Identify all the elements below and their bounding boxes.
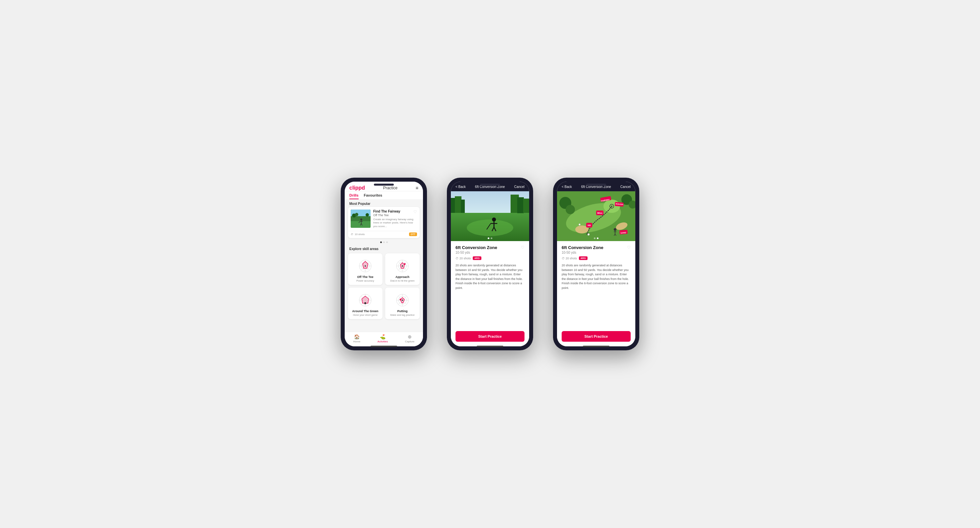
dot-3 bbox=[386, 241, 388, 243]
tabs-bar: Drills Favourites bbox=[345, 191, 423, 199]
shots-count-2: 20 shots bbox=[460, 257, 471, 260]
approach-name: Approach bbox=[388, 275, 417, 279]
back-button-2[interactable]: < Back bbox=[455, 185, 466, 188]
skill-grid: Off The Tee Power accuracy bbox=[345, 252, 423, 322]
svg-rect-57 bbox=[523, 199, 529, 213]
phone-2: < Back 6ft Conversion Zone Cancel bbox=[447, 178, 533, 350]
drill-name-2: 6ft Conversion Zone bbox=[455, 245, 497, 250]
dot-1 bbox=[380, 241, 382, 243]
svg-text:Hit: Hit bbox=[587, 224, 591, 227]
phone-1: clippd Practice ≡ Drills Favourites Most… bbox=[341, 178, 427, 350]
capture-icon: ⊕ bbox=[408, 334, 412, 340]
back-button-3[interactable]: < Back bbox=[562, 185, 572, 188]
tab-drills[interactable]: Drills bbox=[349, 193, 359, 199]
cancel-button-2[interactable]: Cancel bbox=[514, 185, 525, 188]
carousel-dots bbox=[345, 240, 423, 244]
home-label: Home bbox=[353, 340, 360, 343]
img-dot-3-2 bbox=[597, 238, 598, 239]
svg-point-20 bbox=[364, 265, 366, 266]
drill-description-2: 20 shots are randomly generated at dista… bbox=[455, 263, 525, 290]
shots-info: ⏱ 10 shots bbox=[351, 233, 364, 236]
svg-point-71 bbox=[566, 205, 575, 214]
ott-name: Off The Tee bbox=[351, 275, 380, 279]
svg-point-58 bbox=[467, 220, 513, 236]
phone3-content: Miss Hit FAIRWAY ROUGH SAND bbox=[557, 191, 635, 346]
svg-point-29 bbox=[404, 263, 406, 265]
svg-rect-56 bbox=[517, 197, 524, 213]
drill-image-map: Miss Hit FAIRWAY ROUGH SAND bbox=[557, 191, 635, 241]
skill-card-approach[interactable]: Approach Dial-in to hit the green bbox=[385, 254, 420, 285]
hamburger-icon[interactable]: ≡ bbox=[416, 185, 418, 191]
activities-icon: ⛳ bbox=[380, 334, 385, 340]
dot-2 bbox=[383, 241, 385, 243]
putting-icon bbox=[393, 291, 412, 308]
ott-desc: Power accuracy bbox=[351, 279, 380, 282]
svg-point-48 bbox=[400, 299, 401, 300]
drill-yardage-3: 10-50 yds bbox=[562, 251, 603, 254]
home-icon: 🏠 bbox=[354, 334, 360, 340]
shots-count-3: 20 shots bbox=[566, 257, 577, 260]
fav-icon-2[interactable]: ♡ bbox=[521, 245, 525, 250]
most-popular-label: Most Popular bbox=[345, 199, 423, 207]
golf-photo bbox=[451, 191, 529, 241]
shots-row-2: ⏱ 20 shots ARG bbox=[455, 256, 525, 260]
featured-drill-title: Find The Fairway bbox=[373, 209, 401, 213]
svg-point-4 bbox=[355, 213, 358, 216]
shots-text-2: ⏱ 20 shots bbox=[455, 257, 471, 260]
svg-point-39 bbox=[364, 302, 366, 304]
putting-desc: Make and lag practice bbox=[388, 313, 417, 316]
favourite-icon[interactable]: ♡ bbox=[414, 209, 417, 214]
drill-tag-2: ARG bbox=[473, 256, 481, 260]
putting-name: Putting bbox=[388, 309, 417, 313]
skill-card-ott[interactable]: Off The Tee Power accuracy bbox=[348, 254, 382, 285]
explore-label: Explore skill areas bbox=[345, 244, 423, 252]
phone-2-screen: < Back 6ft Conversion Zone Cancel bbox=[451, 182, 529, 346]
fav-icon-3[interactable]: ♡ bbox=[627, 245, 631, 250]
header-title-3: 6ft Conversion Zone bbox=[581, 185, 611, 188]
bottom-nav: 🏠 Home ⛳ Activities ⊕ Capture bbox=[345, 332, 423, 346]
img-dot-1 bbox=[488, 238, 489, 239]
header-title-2: 6ft Conversion Zone bbox=[475, 185, 505, 188]
featured-card-inner: Find The Fairway Off The Tee ♡ Create an… bbox=[348, 207, 420, 231]
atg-name: Around The Green bbox=[351, 309, 380, 313]
activities-label: Activities bbox=[377, 340, 388, 343]
svg-text:Miss: Miss bbox=[597, 212, 603, 214]
nav-capture[interactable]: ⊕ Capture bbox=[405, 334, 414, 343]
nav-title: Practice bbox=[383, 186, 398, 190]
drill-image-photo bbox=[451, 191, 529, 241]
drill-detail-3: 6ft Conversion Zone 10-50 yds ♡ ⏱ 20 sho… bbox=[557, 241, 635, 331]
drill-tag-ott: OTT bbox=[409, 233, 417, 236]
svg-point-59 bbox=[492, 217, 496, 222]
clock-icon-2: ⏱ bbox=[455, 257, 458, 260]
ott-icon bbox=[355, 257, 375, 273]
phone1-content: Most Popular bbox=[345, 199, 423, 332]
drill-yardage-2: 10-50 yds bbox=[455, 251, 497, 254]
nav-home[interactable]: 🏠 Home bbox=[353, 334, 360, 343]
start-practice-button-2[interactable]: Start Practice bbox=[455, 331, 525, 342]
svg-point-6 bbox=[360, 219, 362, 220]
start-practice-button-3[interactable]: Start Practice bbox=[562, 331, 631, 342]
svg-rect-54 bbox=[461, 199, 465, 213]
phone-1-screen: clippd Practice ≡ Drills Favourites Most… bbox=[345, 182, 423, 346]
skill-card-atg[interactable]: Around The Green Hone your short game bbox=[348, 287, 382, 319]
drill-description-3: 20 shots are randomly generated at dista… bbox=[562, 263, 631, 290]
img-dot-3-1 bbox=[594, 238, 595, 239]
clock-icon-3: ⏱ bbox=[562, 257, 565, 260]
app-logo: clippd bbox=[349, 185, 365, 191]
drill-tag-3: ARG bbox=[579, 256, 587, 260]
atg-icon bbox=[355, 291, 375, 308]
capture-label: Capture bbox=[405, 340, 414, 343]
atg-desc: Hone your short game bbox=[351, 313, 380, 316]
svg-point-49 bbox=[402, 300, 403, 301]
nav-activities[interactable]: ⛳ Activities bbox=[377, 334, 388, 343]
featured-info: Find The Fairway Off The Tee ♡ Create an… bbox=[373, 209, 417, 228]
featured-card[interactable]: Find The Fairway Off The Tee ♡ Create an… bbox=[348, 207, 420, 238]
cancel-button-3[interactable]: Cancel bbox=[620, 185, 631, 188]
skill-card-putting[interactable]: Putting Make and lag practice bbox=[385, 287, 420, 319]
approach-desc: Dial-in to hit the green bbox=[388, 279, 417, 282]
shots-count: 10 shots bbox=[355, 233, 364, 236]
svg-point-90 bbox=[611, 206, 612, 207]
featured-drill-subtitle: Off The Tee bbox=[373, 214, 401, 217]
tab-favourites[interactable]: Favourites bbox=[364, 193, 382, 199]
approach-icon bbox=[393, 257, 412, 273]
